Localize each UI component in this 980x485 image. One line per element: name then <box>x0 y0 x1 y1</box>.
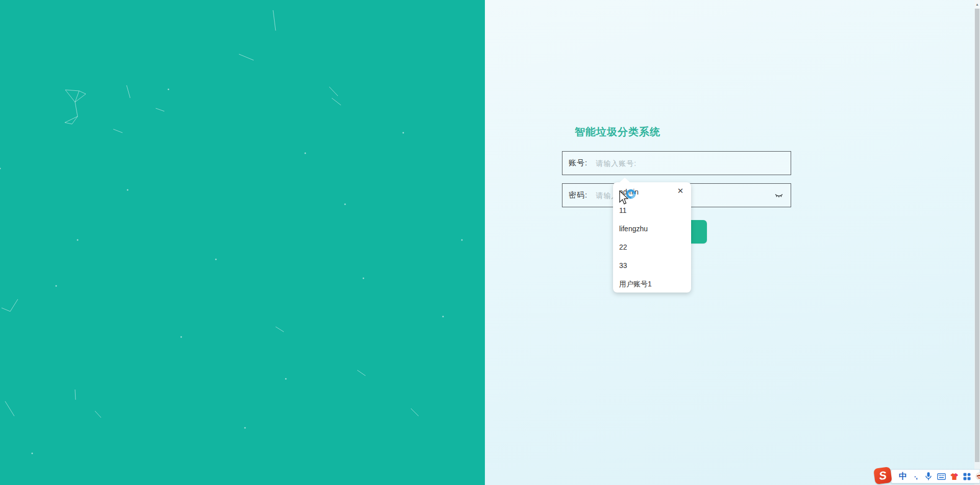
login-page-background <box>485 0 975 485</box>
autofill-list: admin 11 lifengzhu 22 33 用户账号1 <box>613 182 691 293</box>
vertical-scrollbar[interactable]: ▲ <box>974 0 980 485</box>
left-decorative-panel <box>0 0 485 485</box>
autofill-item[interactable]: 用户账号1 <box>613 275 691 293</box>
voice-input-icon[interactable] <box>924 471 933 481</box>
ime-toolbar: 中 ·, <box>891 469 980 483</box>
account-label: 账号: <box>569 158 587 168</box>
password-label: 密码: <box>569 190 587 200</box>
punctuation-mode-icon[interactable]: ·, <box>911 471 920 481</box>
chinese-english-toggle-icon[interactable]: 中 <box>898 471 908 481</box>
scrollbar-up-arrow[interactable]: ▲ <box>974 0 980 8</box>
particles-decoration <box>0 0 485 485</box>
password-visibility-icon[interactable] <box>773 190 785 201</box>
emoji-icon[interactable] <box>975 471 980 481</box>
autofill-item[interactable]: lifengzhu <box>613 220 691 238</box>
sogou-logo-icon[interactable]: S <box>873 467 892 484</box>
skin-icon[interactable] <box>949 471 959 481</box>
autofill-item[interactable]: 11 <box>613 201 691 220</box>
account-field-container: 账号: <box>562 151 791 175</box>
autofill-item[interactable]: 22 <box>613 238 691 256</box>
soft-keyboard-icon[interactable] <box>937 471 946 481</box>
account-autofill-dropdown: admin 11 lifengzhu 22 33 用户账号1 ✕ <box>613 182 691 293</box>
autofill-item[interactable]: 33 <box>613 256 691 275</box>
close-icon[interactable]: ✕ <box>676 186 685 196</box>
toolbox-icon[interactable] <box>962 471 971 481</box>
scrollbar-thumb[interactable] <box>975 9 979 462</box>
account-input[interactable] <box>596 152 785 175</box>
page-title: 智能垃圾分类系统 <box>575 125 660 139</box>
